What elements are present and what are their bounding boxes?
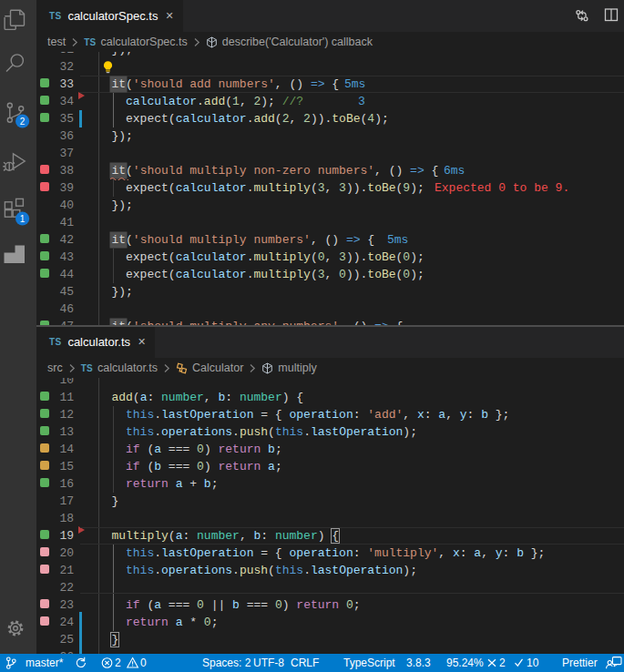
svg-text:2: 2	[20, 117, 26, 127]
svg-text:1: 1	[20, 214, 26, 224]
